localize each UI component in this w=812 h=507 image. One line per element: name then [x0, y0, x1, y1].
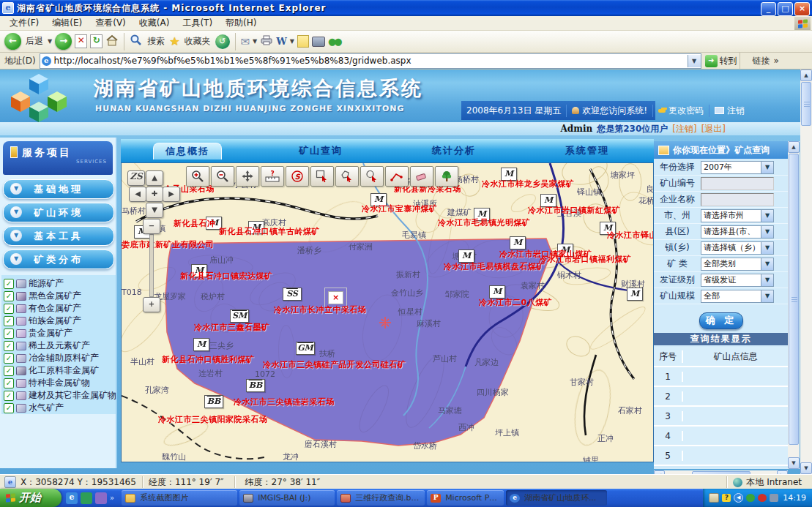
- page-scroll-thumb[interactable]: [801, 82, 811, 126]
- mine-marker-bb[interactable]: BB: [246, 379, 265, 392]
- select-cert-level[interactable]: 省级发证▼: [701, 274, 774, 287]
- chevron-down-icon[interactable]: ▼: [761, 274, 773, 286]
- checkbox-checked-icon[interactable]: ✓: [4, 304, 14, 314]
- print-icon[interactable]: [260, 35, 273, 48]
- select-circle-icon[interactable]: [360, 166, 384, 187]
- layer-item[interactable]: ✓水气矿产: [4, 402, 116, 414]
- layer-item[interactable]: ✓黑色金属矿产: [4, 290, 116, 302]
- eraser-icon[interactable]: [410, 166, 433, 187]
- table-row[interactable]: 1: [654, 367, 788, 387]
- measure-distance-icon[interactable]: ?: [261, 166, 284, 187]
- table-row[interactable]: 4: [654, 427, 788, 446]
- select-category[interactable]: 全部类别▼: [701, 258, 774, 271]
- mine-marker-bb[interactable]: BB: [204, 395, 223, 408]
- select-scale[interactable]: 全部▼: [701, 290, 774, 303]
- tab-3[interactable]: 系统管理: [555, 141, 619, 160]
- maximize-button[interactable]: □: [778, 2, 793, 16]
- mine-marker-m[interactable]: M: [510, 236, 526, 249]
- checkbox-checked-icon[interactable]: ✓: [4, 316, 14, 326]
- tab-2[interactable]: 统计分析: [422, 141, 486, 160]
- input-mine-number[interactable]: [701, 177, 774, 190]
- taskbar-window-1[interactable]: IMGIS-BAI (J:): [239, 490, 335, 506]
- search-label[interactable]: 搜索: [147, 35, 165, 48]
- start-button[interactable]: 开始: [0, 489, 62, 507]
- layer-item[interactable]: ✓有色金属矿产: [4, 302, 116, 315]
- checkbox-checked-icon[interactable]: ✓: [4, 328, 14, 339]
- panel-scrollbar[interactable]: ▲ ▼: [788, 141, 800, 469]
- checkbox-checked-icon[interactable]: ✓: [4, 353, 14, 364]
- table-row[interactable]: 3: [654, 407, 788, 427]
- layer-item[interactable]: ✓能源矿产: [4, 277, 116, 290]
- sidebar-section-0[interactable]: ▼基础地理: [3, 179, 114, 199]
- menu-item[interactable]: 查看(V): [89, 18, 133, 28]
- change-password-link[interactable]: 更改密码: [652, 105, 709, 117]
- layer-item[interactable]: ✓稀土及元素矿产: [4, 339, 116, 352]
- close-button[interactable]: ×: [794, 2, 810, 16]
- checkbox-checked-icon[interactable]: ✓: [4, 378, 14, 388]
- map-nav-zs-button[interactable]: ZS: [127, 170, 145, 186]
- quicklaunch-ie-icon[interactable]: e: [66, 492, 78, 504]
- full-extent-icon[interactable]: S: [286, 166, 309, 187]
- admin-logout-link[interactable]: [注销]: [672, 123, 696, 135]
- pan-up-button[interactable]: ▲: [146, 170, 163, 186]
- edit-dropdown-icon[interactable]: ▼: [290, 38, 294, 45]
- address-input[interactable]: e http://localhost/%e7%9f%bf%e5%b1%b1%e5…: [40, 53, 701, 69]
- url-text[interactable]: http://localhost/%e7%9f%bf%e5%b1%b1%e5%8…: [54, 56, 411, 66]
- zoom-slider-track[interactable]: [149, 234, 154, 297]
- search-icon[interactable]: [130, 34, 143, 49]
- stop-icon[interactable]: ✕: [75, 34, 87, 48]
- tray-collapse-icon[interactable]: ◀: [734, 493, 743, 503]
- select-polygon-icon[interactable]: [335, 166, 359, 187]
- selected-marker[interactable]: ×: [328, 291, 343, 304]
- chevron-down-icon[interactable]: ▼: [761, 258, 773, 270]
- tray-green-icon[interactable]: [746, 494, 755, 502]
- back-label[interactable]: 后退: [26, 35, 43, 48]
- select-year[interactable]: 2007年▼: [701, 161, 774, 174]
- mine-marker-sm[interactable]: SM: [230, 309, 249, 323]
- checkbox-checked-icon[interactable]: ✓: [4, 391, 14, 401]
- quicklaunch-overflow-icon[interactable]: »: [110, 494, 114, 502]
- sidebar-section-2[interactable]: ▼基本工具: [3, 226, 114, 246]
- mine-marker-m[interactable]: M: [627, 288, 643, 301]
- layer-item[interactable]: ✓特种非金属矿物: [4, 377, 116, 389]
- page-scrollbar[interactable]: ▲ ▼: [800, 70, 812, 474]
- admin-exit-link[interactable]: [退出]: [701, 123, 726, 135]
- address-dropdown-icon[interactable]: ▼: [688, 55, 701, 67]
- notes-icon[interactable]: [297, 35, 309, 48]
- taskbar-window-0[interactable]: 系统截图图片: [122, 490, 237, 506]
- refresh-icon[interactable]: ↻: [90, 34, 103, 48]
- checkbox-checked-icon[interactable]: ✓: [4, 366, 14, 376]
- links-label[interactable]: 链接: [753, 55, 770, 67]
- tray-help-icon[interactable]: ?: [722, 494, 731, 502]
- minimize-button[interactable]: _: [761, 2, 776, 16]
- pan-down-button[interactable]: ▼: [146, 203, 163, 218]
- menu-item[interactable]: 工具(T): [176, 18, 219, 28]
- tray-keyboard-icon[interactable]: [709, 493, 719, 503]
- menu-item[interactable]: 收藏(A): [133, 18, 176, 28]
- home-icon[interactable]: [105, 34, 119, 48]
- menu-item[interactable]: 文件(F): [3, 18, 45, 28]
- chevron-down-icon[interactable]: ▼: [761, 210, 773, 222]
- back-dropdown-icon[interactable]: ▼: [48, 38, 52, 45]
- panel-scroll-up-icon[interactable]: ▲: [788, 141, 800, 153]
- tray-security-icon[interactable]: [758, 494, 767, 502]
- checkbox-checked-icon[interactable]: ✓: [4, 279, 14, 289]
- mail-dropdown-icon[interactable]: ▼: [253, 38, 257, 45]
- table-row[interactable]: 2: [654, 387, 788, 407]
- menu-item[interactable]: 帮助(H): [219, 18, 263, 28]
- chevron-down-icon[interactable]: ▼: [761, 162, 773, 173]
- chevron-down-icon[interactable]: ▼: [761, 226, 773, 238]
- tab-0[interactable]: 信息概括: [153, 143, 222, 159]
- page-scroll-up-icon[interactable]: ▲: [800, 70, 812, 81]
- zoom-slider-plus-button[interactable]: +: [143, 297, 160, 312]
- zoom-in-icon[interactable]: [186, 166, 209, 187]
- edit-word-icon[interactable]: W: [276, 36, 287, 47]
- taskbar-window-4[interactable]: e湖南省矿山地质环...: [506, 490, 607, 506]
- quicklaunch-desktop-icon[interactable]: [81, 492, 92, 504]
- layer-item[interactable]: ✓化工原料非金属矿: [4, 364, 116, 377]
- select-town[interactable]: 请选择镇（乡）▼: [701, 241, 774, 255]
- links-chevron-icon[interactable]: »: [774, 56, 779, 66]
- select-city[interactable]: 请选择市州▼: [701, 209, 774, 222]
- menu-item[interactable]: 编辑(E): [45, 18, 89, 28]
- favorites-label[interactable]: 收藏夹: [185, 35, 211, 48]
